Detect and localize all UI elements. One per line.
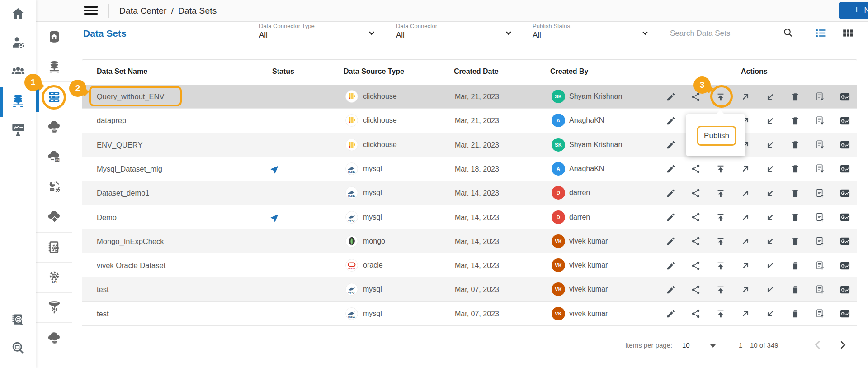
share-action-icon[interactable] — [691, 285, 701, 295]
sidebar-item-cloud-storage[interactable] — [36, 323, 72, 353]
data-search-icon[interactable] — [0, 335, 36, 361]
audit-action-icon[interactable] — [815, 188, 825, 198]
edit-action-icon[interactable] — [666, 188, 676, 198]
profile-action-icon[interactable] — [840, 261, 850, 271]
sidebar-item-data-config[interactable] — [36, 233, 72, 263]
publish-action-icon[interactable] — [716, 164, 726, 174]
publish-action-icon[interactable] — [716, 188, 726, 198]
import-action-icon[interactable] — [765, 212, 775, 222]
share-action-icon[interactable] — [691, 236, 701, 246]
edit-action-icon[interactable] — [666, 164, 676, 174]
new-button[interactable]: + New — [839, 2, 868, 19]
edit-action-icon[interactable] — [666, 309, 676, 319]
edit-action-icon[interactable] — [666, 212, 676, 222]
search-input[interactable] — [670, 29, 774, 38]
items-per-page-select[interactable]: 10 — [682, 341, 718, 352]
profile-action-icon[interactable] — [840, 236, 850, 246]
profile-action-icon[interactable] — [840, 116, 850, 126]
import-action-icon[interactable] — [765, 92, 775, 102]
table-row[interactable]: Mongo_InExpCheckmongoMar, 14, 2023VKvive… — [82, 229, 857, 253]
home-icon[interactable] — [0, 1, 36, 26]
filter-data-connector-type[interactable]: Data Connector Type All — [259, 23, 377, 43]
presentation-board-icon[interactable] — [0, 117, 36, 142]
import-action-icon[interactable] — [765, 236, 775, 246]
share-action-icon[interactable] — [691, 212, 701, 222]
share-action-icon[interactable] — [691, 188, 701, 198]
profile-action-icon[interactable] — [840, 140, 850, 150]
open-action-icon[interactable] — [741, 212, 750, 222]
share-action-icon[interactable] — [691, 261, 701, 271]
audit-action-icon[interactable] — [815, 236, 825, 246]
delete-action-icon[interactable] — [790, 92, 800, 102]
sidebar-item-data-center-home[interactable] — [36, 22, 72, 52]
profile-action-icon[interactable] — [840, 92, 850, 102]
publish-action-icon[interactable] — [716, 309, 726, 319]
table-row[interactable]: Query_without_ENVclickhouseMar, 21, 2023… — [82, 85, 857, 109]
publish-action-icon[interactable] — [716, 236, 726, 246]
table-row[interactable]: DemoMySQLmysqlMar, 14, 2023Ddarren — [82, 206, 857, 229]
audit-action-icon[interactable] — [815, 261, 825, 271]
delete-action-icon[interactable] — [790, 212, 800, 222]
import-action-icon[interactable] — [765, 140, 775, 150]
audit-action-icon[interactable] — [815, 212, 825, 222]
share-action-icon[interactable] — [691, 164, 701, 174]
sidebar-item-cloud-layers[interactable] — [36, 202, 72, 233]
sidebar-item-data-code[interactable]: </> — [36, 142, 72, 172]
profile-action-icon[interactable] — [840, 212, 850, 222]
data-sources-icon[interactable] — [0, 88, 36, 113]
edit-action-icon[interactable] — [666, 261, 676, 271]
delete-action-icon[interactable] — [790, 116, 800, 126]
import-action-icon[interactable] — [765, 116, 775, 126]
breadcrumb-parent[interactable]: Data Center — [119, 6, 167, 15]
import-action-icon[interactable] — [765, 164, 775, 174]
publish-action-icon[interactable] — [716, 212, 726, 222]
table-row[interactable]: testMySQLmysqlMar, 07, 2023VKvivek kumar — [82, 277, 857, 301]
profile-action-icon[interactable] — [840, 164, 850, 174]
table-row[interactable]: testMySQLmysqlMar, 07, 2023VKvivek kumar — [82, 302, 857, 326]
delete-action-icon[interactable] — [790, 164, 800, 174]
table-row[interactable]: Mysql_Dataset_migMySQLmysqlMar, 18, 2023… — [82, 157, 857, 181]
edit-action-icon[interactable] — [666, 140, 676, 150]
sidebar-item-data-sync[interactable] — [36, 172, 72, 203]
open-action-icon[interactable] — [741, 285, 750, 295]
open-action-icon[interactable] — [741, 92, 750, 102]
edit-action-icon[interactable] — [666, 285, 676, 295]
grid-view-icon[interactable] — [842, 27, 854, 39]
profile-action-icon[interactable] — [840, 188, 850, 198]
import-action-icon[interactable] — [765, 261, 775, 271]
filter-data-connector[interactable]: Data Connector All — [396, 23, 514, 43]
audit-action-icon[interactable] — [815, 285, 825, 295]
open-action-icon[interactable] — [741, 236, 750, 246]
audit-action-icon[interactable] — [815, 116, 825, 126]
open-action-icon[interactable] — [741, 309, 750, 319]
delete-action-icon[interactable] — [790, 188, 800, 198]
sidebar-item-data-funnel[interactable] — [36, 293, 72, 323]
open-action-icon[interactable] — [741, 188, 750, 198]
profile-action-icon[interactable] — [840, 285, 850, 295]
filter-publish-status[interactable]: Publish Status All — [533, 23, 651, 43]
delete-action-icon[interactable] — [790, 285, 800, 295]
hamburger-menu-icon[interactable] — [84, 6, 98, 16]
previous-page-icon[interactable] — [812, 339, 824, 351]
table-row[interactable]: Dataset_demo1MySQLmysqlMar, 14, 2023Ddar… — [82, 181, 857, 205]
table-row[interactable]: vivek Oracle DatasetORACLEoracleMar, 14,… — [82, 253, 857, 277]
profile-action-icon[interactable] — [840, 309, 850, 319]
sidebar-item-api-services[interactable]: API — [36, 263, 72, 293]
edit-action-icon[interactable] — [666, 92, 676, 102]
delete-action-icon[interactable] — [790, 261, 800, 271]
publish-action-icon[interactable] — [716, 261, 726, 271]
sidebar-item-database-network[interactable] — [36, 52, 72, 82]
share-action-icon[interactable] — [691, 309, 701, 319]
search-icon[interactable] — [783, 27, 793, 38]
publish-action-icon[interactable] — [716, 285, 726, 295]
open-action-icon[interactable] — [741, 164, 750, 174]
audit-action-icon[interactable] — [815, 140, 825, 150]
user-admin-icon[interactable] — [0, 30, 36, 55]
audit-action-icon[interactable] — [815, 164, 825, 174]
data-catalog-search-icon[interactable] — [0, 307, 36, 333]
delete-action-icon[interactable] — [790, 236, 800, 246]
import-action-icon[interactable] — [765, 188, 775, 198]
sidebar-item-cloud-database[interactable] — [36, 112, 72, 143]
audit-action-icon[interactable] — [815, 92, 825, 102]
list-view-icon[interactable] — [815, 27, 827, 39]
